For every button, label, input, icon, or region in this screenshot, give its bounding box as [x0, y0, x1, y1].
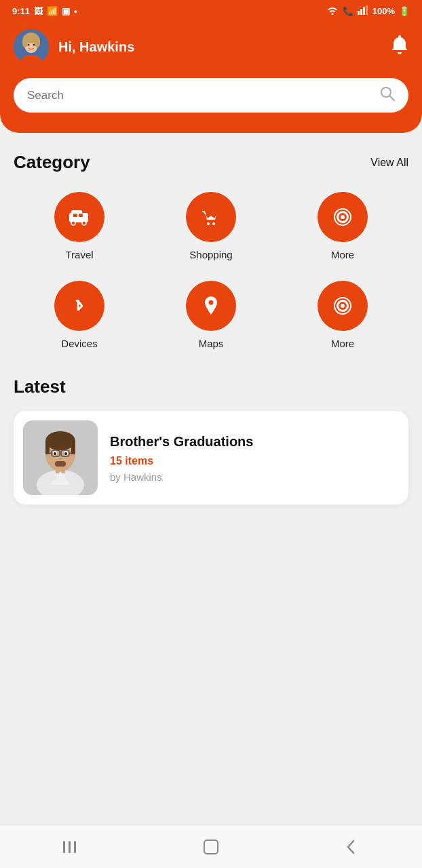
latest-card-items: 15 items: [110, 455, 399, 467]
more2-label: More: [331, 338, 354, 349]
header: Hi, Hawkins: [0, 22, 422, 133]
svg-rect-40: [45, 441, 50, 454]
svg-rect-0: [358, 11, 360, 15]
category-item-devices[interactable]: Devices: [14, 281, 145, 349]
latest-card-title: Brother's Graduations: [110, 433, 399, 450]
category-item-travel[interactable]: Travel: [14, 192, 145, 260]
nav-menu-button[interactable]: [57, 833, 84, 861]
svg-point-17: [71, 221, 75, 225]
more1-icon-circle: [318, 192, 368, 242]
latest-card[interactable]: Brother's Graduations 15 items by Hawkin…: [14, 411, 408, 505]
svg-point-32: [341, 304, 345, 308]
svg-point-18: [82, 221, 86, 225]
nav-home-button[interactable]: [197, 833, 225, 861]
header-top: Hi, Hawkins: [14, 29, 408, 64]
latest-thumbnail: [23, 420, 98, 495]
battery-text: 100%: [372, 6, 395, 16]
travel-label: Travel: [65, 249, 93, 260]
svg-line-49: [49, 453, 52, 454]
avatar: [14, 29, 49, 64]
shopping-icon-circle: [186, 192, 236, 242]
signal-bars-icon: [358, 5, 368, 17]
svg-line-14: [389, 96, 394, 100]
category-grid: Travel Shopping: [14, 192, 408, 349]
nav-back-button[interactable]: [338, 833, 365, 861]
status-left: 9:11 🖼 📶 ▣ •: [12, 6, 77, 16]
svg-point-12: [35, 38, 40, 47]
svg-point-45: [64, 452, 67, 455]
svg-point-39: [45, 431, 75, 450]
call-icon: 📞: [343, 6, 353, 16]
devices-icon-circle: [54, 281, 104, 331]
svg-rect-55: [204, 840, 218, 854]
category-section-header: Category View All: [14, 152, 408, 173]
status-signal-icon: 📶: [47, 6, 58, 16]
svg-rect-1: [360, 9, 362, 15]
svg-point-9: [33, 44, 35, 46]
latest-info: Brother's Graduations 15 items by Hawkin…: [110, 433, 399, 483]
svg-point-30: [209, 300, 214, 305]
svg-point-44: [54, 452, 56, 455]
category-title: Category: [14, 152, 90, 173]
latest-section: Latest: [14, 376, 408, 505]
svg-point-22: [207, 222, 210, 225]
svg-rect-20: [79, 214, 83, 217]
svg-rect-53: [69, 841, 71, 853]
header-user: Hi, Hawkins: [14, 29, 134, 64]
search-icon: [380, 86, 395, 104]
category-item-more1[interactable]: More: [277, 192, 408, 260]
latest-card-author: by Hawkins: [110, 471, 399, 483]
svg-point-11: [22, 38, 28, 47]
category-item-more2[interactable]: More: [277, 281, 408, 349]
svg-rect-41: [71, 441, 75, 454]
more1-label: More: [331, 249, 354, 260]
travel-icon-circle: [54, 192, 104, 242]
maps-icon-circle: [186, 281, 236, 331]
svg-point-8: [28, 44, 30, 46]
latest-title: Latest: [14, 376, 408, 397]
notification-bell-icon[interactable]: [391, 35, 408, 58]
status-bar: 9:11 🖼 📶 ▣ • 📞 100% 🔋: [0, 0, 422, 22]
svg-point-23: [212, 222, 215, 225]
status-right: 📞 100% 🔋: [326, 5, 410, 17]
view-all-button[interactable]: View All: [370, 157, 408, 169]
status-dot: •: [74, 6, 77, 16]
status-image-icon: 🖼: [34, 6, 43, 16]
search-bar[interactable]: [14, 78, 408, 113]
status-time: 9:11: [12, 6, 30, 16]
greeting-text: Hi, Hawkins: [58, 39, 134, 55]
svg-rect-19: [73, 214, 77, 217]
svg-line-50: [69, 453, 72, 454]
svg-rect-51: [55, 461, 66, 467]
category-item-maps[interactable]: Maps: [145, 281, 277, 349]
category-item-shopping[interactable]: Shopping: [145, 192, 277, 260]
svg-point-27: [341, 215, 345, 219]
shopping-label: Shopping: [189, 249, 232, 260]
status-box-icon: ▣: [62, 6, 70, 16]
svg-rect-3: [366, 5, 368, 15]
svg-rect-54: [74, 841, 76, 853]
battery-icon: 🔋: [399, 6, 410, 16]
svg-rect-2: [363, 7, 365, 15]
devices-label: Devices: [61, 338, 97, 349]
search-input[interactable]: [27, 89, 373, 102]
svg-rect-52: [63, 841, 65, 853]
wifi-icon: [326, 5, 339, 17]
bottom-nav: [0, 825, 422, 868]
more2-icon-circle: [318, 281, 368, 331]
maps-label: Maps: [199, 338, 224, 349]
main-content: Category View All Travel: [0, 133, 422, 825]
